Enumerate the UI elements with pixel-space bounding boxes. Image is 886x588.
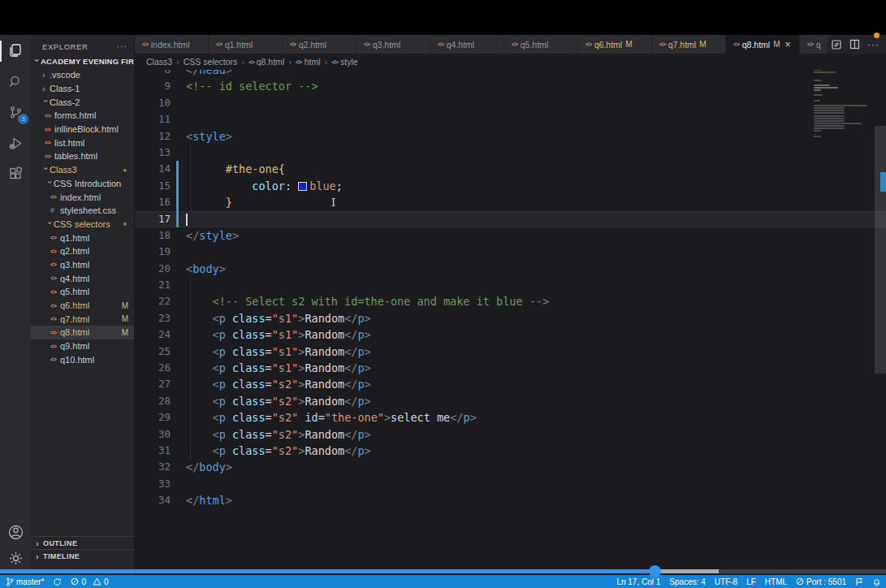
code-line-26[interactable]: 26 <p class="s1">Random</p> <box>135 360 886 376</box>
tab-q6-html[interactable]: <>q6.htmlM <box>578 35 652 54</box>
code-line-33[interactable]: 33 <box>135 476 886 492</box>
tree-item-q3-html[interactable]: <>q3.html <box>31 258 134 272</box>
git-branch-item[interactable]: master* <box>6 577 44 586</box>
tree-item-q5-html[interactable]: <>q5.html <box>31 285 134 299</box>
more-actions-icon[interactable]: ··· <box>867 39 880 50</box>
breadcrumb-item-style[interactable]: ›</>style <box>321 57 358 67</box>
tree-item-label: Class3 <box>50 165 77 175</box>
tab-q3-html[interactable]: <>q3.html <box>357 35 430 54</box>
breadcrumb-item-class3[interactable]: Class3 <box>146 57 172 67</box>
code-line-20[interactable]: 20<body> <box>135 261 886 277</box>
sync-icon[interactable] <box>53 577 62 586</box>
open-changes-icon[interactable] <box>831 39 842 50</box>
code-line-15[interactable]: 15 color: blue; <box>135 178 886 194</box>
tab-q7-html[interactable]: <>q7.htmlM <box>652 35 726 54</box>
breadcrumb-item-html[interactable]: ›</>html <box>284 57 320 67</box>
code-line-34[interactable]: 34</html> <box>135 492 886 508</box>
eol-item[interactable]: LF <box>746 577 756 586</box>
tab-q[interactable]: <>q <box>800 35 830 54</box>
workspace-root[interactable]: › ACADEMY EVENING FIRS... <box>31 54 134 68</box>
tree-item-css-selectors[interactable]: ›CSS selectors● <box>31 218 134 231</box>
tree-item-q10-html[interactable]: <>q10.html <box>31 352 134 366</box>
tree-item-forms-html[interactable]: <>forms.html <box>31 109 134 123</box>
tree-item-q6-html[interactable]: <>q6.htmlM <box>31 299 134 313</box>
tab-q1-html[interactable]: <>q1.html <box>209 35 283 54</box>
outline-panel-header[interactable]: › OUTLINE <box>31 536 134 549</box>
notifications-bell-icon[interactable] <box>872 577 881 586</box>
code-line-19[interactable]: 19 <box>135 244 886 260</box>
tree-item-q1-html[interactable]: <>q1.html <box>31 231 134 244</box>
tab-q5-html[interactable]: <>q5.html <box>504 35 578 54</box>
tree-item-q7-html[interactable]: <>q7.htmlM <box>31 312 134 326</box>
encoding-item[interactable]: UTF-8 <box>715 577 737 586</box>
code-line-25[interactable]: 25 <p class="s1">Random</p> <box>135 344 886 360</box>
tree-item-list-html[interactable]: <>list.html <box>31 136 134 149</box>
video-progress-handle[interactable] <box>649 565 661 577</box>
language-mode-item[interactable]: HTML <box>765 577 787 586</box>
html-file-icon: <> <box>512 41 517 48</box>
code-line-28[interactable]: 28 <p class="s2">Random</p> <box>135 393 886 409</box>
html-file-icon: <> <box>50 329 60 336</box>
split-editor-icon[interactable] <box>849 39 860 50</box>
tab-q8-html[interactable]: <>q8.htmlM× <box>726 35 800 54</box>
tab-q4-html[interactable]: <>q4.html <box>430 35 504 54</box>
code-line-31[interactable]: 31 <p class="s2">Random</p> <box>135 443 886 459</box>
indentation-item[interactable]: Spaces: 4 <box>669 577 705 586</box>
tree-item-q4-html[interactable]: <>q4.html <box>31 271 134 285</box>
tree-item-label: list.html <box>54 138 84 148</box>
code-line-21[interactable]: 21 <box>135 277 886 293</box>
code-line-17[interactable]: 17 <box>135 211 886 227</box>
code-line-32[interactable]: 32</body> <box>135 459 886 475</box>
tree-item-q8-html[interactable]: <>q8.htmlM <box>31 326 134 339</box>
tree-item-inllineblock-html[interactable]: <>inllineBlock.html <box>31 123 134 136</box>
code-line-11[interactable]: 11 <box>135 111 886 128</box>
timeline-panel-header[interactable]: › TIMELINE <box>31 549 134 562</box>
tree-item-index-html[interactable]: <>index.html <box>31 190 134 204</box>
code-line-18[interactable]: 18</style> <box>135 227 886 244</box>
code-line-24[interactable]: 24 <p class="s1">Random</p> <box>135 326 886 343</box>
source-control-icon[interactable]: 3 <box>0 97 31 128</box>
tree-item-q9-html[interactable]: <>q9.html <box>31 339 134 353</box>
code-line-27[interactable]: 27 <p class="s2">Random</p> <box>135 376 886 392</box>
errors-item[interactable]: 0 0 <box>71 577 108 586</box>
code-line-29[interactable]: 29 <p class="s2" id="the-one">select me<… <box>135 409 886 426</box>
tree-item-class-2[interactable]: ›Class-2 <box>31 95 134 109</box>
tab-index-html[interactable]: <>index.html <box>135 35 209 54</box>
code-line-30[interactable]: 30 <p class="s2">Random</p> <box>135 426 886 443</box>
tree-item-class3[interactable]: ›Class3● <box>31 163 134 177</box>
feedback-icon[interactable] <box>855 577 863 586</box>
search-icon[interactable] <box>0 66 31 97</box>
video-progress-bar[interactable] <box>0 569 886 573</box>
line-number: 32 <box>135 459 171 475</box>
explorer-icon[interactable] <box>0 35 31 66</box>
code-line-23[interactable]: 23 <p class="s1">Random</p> <box>135 310 886 326</box>
tree-item--vscode[interactable]: ›.vscode <box>31 68 134 82</box>
tree-item-stylesheet-css[interactable]: #stylesheet.css <box>31 204 134 218</box>
settings-gear-icon[interactable] <box>0 550 31 567</box>
code-line-9[interactable]: 9<!-- id selector --> <box>135 78 886 94</box>
breadcrumb-item-css-selectors[interactable]: ›CSS selectors <box>172 57 237 67</box>
breadcrumb-label: html <box>305 57 321 67</box>
tree-item-tables-html[interactable]: <>tables.html <box>31 149 134 163</box>
tree-item-q2-html[interactable]: <>q2.html <box>31 244 134 258</box>
extensions-icon[interactable] <box>0 158 31 189</box>
code-line-13[interactable]: 13 <box>135 145 886 161</box>
code-area[interactable]: 8</head>9<!-- id selector -->101112<styl… <box>135 62 886 509</box>
tab-label: q4.html <box>447 40 474 50</box>
tab-q2-html[interactable]: <>q2.html <box>283 35 357 54</box>
tree-item-css-introduction[interactable]: ›CSS Introduction <box>31 177 134 191</box>
breadcrumb-item-q8-html[interactable]: ›<>q8.html <box>237 57 284 67</box>
live-server-port-item[interactable]: Port : 5501 <box>796 577 846 586</box>
account-icon[interactable] <box>0 524 31 541</box>
explorer-more-actions[interactable]: ··· <box>116 41 127 51</box>
cursor-position-item[interactable]: Ln 17, Col 1 <box>616 577 660 586</box>
code-line-12[interactable]: 12<style> <box>135 128 886 145</box>
code-line-14[interactable]: 14 #the-one{ <box>135 161 886 177</box>
code-line-10[interactable]: 10 <box>135 95 886 111</box>
run-debug-icon[interactable] <box>0 128 31 158</box>
tree-item-class-1[interactable]: ›Class-1 <box>31 82 134 96</box>
tab-close-icon[interactable]: × <box>785 39 791 50</box>
editor-group: <>index.html<>q1.html<>q2.html<>q3.html<… <box>135 35 886 575</box>
code-line-16[interactable]: 16 } <box>135 194 886 210</box>
code-line-22[interactable]: 22 <!-- Select s2 with id=the-one and ma… <box>135 293 886 309</box>
